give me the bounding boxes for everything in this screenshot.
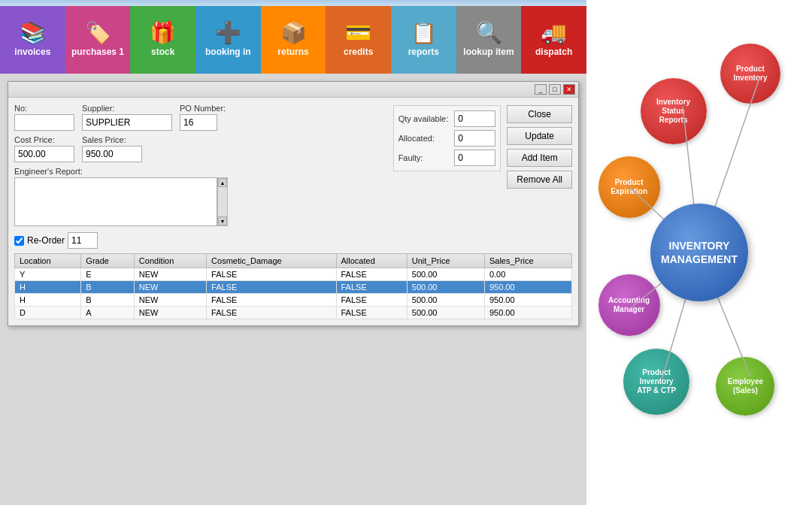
reorder-input[interactable] — [68, 232, 98, 249]
cost-price-label: Cost Price: — [14, 135, 74, 144]
form-row-top: No: Supplier: PO Number: — [14, 104, 389, 131]
reorder-checkbox[interactable] — [14, 236, 24, 246]
qty-faulty-label: Faulty: — [398, 150, 449, 166]
supplier-input[interactable] — [82, 114, 172, 131]
table-cell: NEW — [134, 307, 206, 319]
data-table: Location Grade Condition Cosmetic_Damage… — [14, 253, 572, 319]
maximize-button[interactable]: □ — [549, 84, 561, 95]
form-upper: No: Supplier: PO Number: — [14, 104, 572, 226]
col-sales-price: Sales_Price — [484, 254, 571, 268]
credits-icon: 💳 — [345, 23, 371, 44]
table-header-row: Location Grade Condition Cosmetic_Damage… — [15, 254, 572, 268]
field-sales-price: Sales Price: — [82, 135, 142, 162]
stock-label: stock — [151, 47, 174, 57]
sat-accounting-manager-label: AccountingManager — [608, 296, 650, 314]
po-input[interactable] — [180, 114, 217, 131]
field-po: PO Number: — [180, 104, 226, 131]
table-cell: H — [15, 281, 81, 294]
nav-lookup[interactable]: 🔍 lookup item — [456, 6, 522, 74]
satellite-product-expiration: ProductExpiration — [598, 156, 660, 218]
table-cell: FALSE — [207, 281, 336, 294]
nav-dispatch[interactable]: 🚚 dispatch — [521, 6, 586, 74]
qty-inputs — [454, 110, 495, 166]
reports-label: reports — [408, 47, 439, 57]
window-titlebar: _ □ ✕ — [8, 82, 578, 98]
table-cell: FALSE — [207, 268, 336, 281]
table-cell: FALSE — [207, 307, 336, 319]
top-bar — [0, 0, 586, 6]
booking-label: booking in — [205, 47, 251, 57]
table-row[interactable]: HBNEWFALSEFALSE500.00950.00 — [15, 281, 572, 294]
table-cell: 950.00 — [484, 307, 571, 319]
table-cell: FALSE — [336, 281, 407, 294]
scroll-up-arrow[interactable]: ▲ — [218, 178, 227, 187]
update-button[interactable]: Update — [507, 127, 572, 145]
nav-stock[interactable]: 🎁 stock — [130, 6, 195, 74]
engineer-report-textarea[interactable] — [14, 177, 217, 226]
purchases-label: purchases 1 — [71, 47, 124, 57]
remove-all-button[interactable]: Remove All — [507, 171, 572, 189]
qty-available-label: Qty available: — [398, 110, 449, 127]
nav-booking[interactable]: ➕ booking in — [195, 6, 261, 74]
table-row[interactable]: YENEWFALSEFALSE500.000.00 — [15, 268, 572, 281]
returns-icon: 📦 — [280, 23, 307, 44]
scroll-down-arrow[interactable]: ▼ — [218, 216, 227, 225]
sales-price-input[interactable] — [82, 146, 142, 162]
col-location: Location — [15, 254, 81, 268]
nav-reports[interactable]: 📋 reports — [391, 6, 456, 74]
qty-block: Qty available: Allocated: Faulty: — [393, 105, 501, 171]
nav-credits[interactable]: 💳 credits — [326, 6, 391, 74]
table-cell: NEW — [134, 281, 206, 294]
table-cell: 500.00 — [407, 268, 484, 281]
supplier-label: Supplier: — [82, 104, 172, 113]
main-content: _ □ ✕ No: Supp — [0, 74, 586, 505]
po-label: PO Number: — [180, 104, 226, 113]
table-cell: FALSE — [336, 268, 407, 281]
table-cell: 500.00 — [407, 294, 484, 307]
table-cell: 500.00 — [407, 307, 484, 319]
col-grade: Grade — [81, 254, 135, 268]
table-cell: Y — [15, 268, 81, 281]
close-button[interactable]: Close — [507, 105, 572, 123]
table-cell: H — [15, 294, 81, 307]
nav-purchases[interactable]: 🏷️ purchases 1 — [65, 6, 131, 74]
table-container: Location Grade Condition Cosmetic_Damage… — [14, 253, 572, 319]
table-row[interactable]: DANEWFALSEFALSE500.00950.00 — [15, 307, 572, 319]
no-input[interactable] — [14, 114, 74, 131]
table-cell: B — [81, 281, 135, 294]
action-buttons: Close Update Add Item Remove All — [507, 105, 572, 189]
qty-available-input[interactable] — [454, 110, 495, 127]
nav-returns[interactable]: 📦 returns — [261, 6, 326, 74]
field-no: No: — [14, 104, 74, 131]
table-cell: NEW — [134, 294, 206, 307]
qty-faulty-input[interactable] — [454, 150, 495, 166]
qty-allocated-input[interactable] — [454, 130, 495, 147]
col-cosmetic: Cosmetic_Damage — [207, 254, 336, 268]
field-supplier: Supplier: — [82, 104, 172, 131]
sat-inventory-status-label: InventoryStatusReports — [656, 98, 690, 125]
diagram-container: INVENTORYMANAGEMENT ProductInventory Inv… — [594, 35, 804, 470]
dispatch-icon: 🚚 — [541, 23, 567, 44]
cost-price-input[interactable] — [14, 146, 74, 162]
main-window: _ □ ✕ No: Supp — [8, 81, 579, 326]
satellite-employee-sales: Employee(Sales) — [716, 357, 774, 416]
qty-allocated-label: Allocated: — [398, 130, 449, 147]
report-scrollbar[interactable]: ▲ ▼ — [217, 177, 228, 226]
booking-icon: ➕ — [215, 23, 241, 44]
center-circle: INVENTORYMANAGEMENT — [650, 204, 748, 301]
minimize-button[interactable]: _ — [535, 84, 547, 95]
table-cell: A — [81, 307, 135, 319]
add-item-button[interactable]: Add Item — [507, 149, 572, 167]
nav-invoices[interactable]: 📚 invoices — [0, 6, 65, 74]
table-cell: D — [15, 307, 81, 319]
table-cell: FALSE — [207, 294, 336, 307]
lookup-label: lookup item — [463, 47, 514, 57]
table-cell: B — [81, 294, 135, 307]
dispatch-label: dispatch — [535, 47, 572, 57]
window-close-button[interactable]: ✕ — [563, 84, 575, 95]
qty-labels: Qty available: Allocated: Faulty: — [398, 110, 449, 166]
satellite-accounting-manager: AccountingManager — [598, 274, 660, 336]
sales-price-label: Sales Price: — [82, 135, 142, 144]
invoices-icon: 📚 — [20, 23, 46, 44]
table-row[interactable]: HBNEWFALSEFALSE500.00950.00 — [15, 294, 572, 307]
